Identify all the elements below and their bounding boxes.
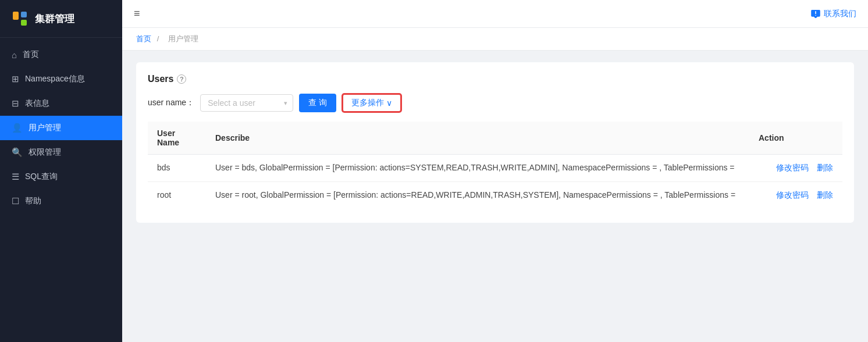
breadcrumb: 首页 / 用户管理 <box>122 28 868 51</box>
namespace-icon: ⊞ <box>12 74 19 84</box>
home-icon: ⌂ <box>12 50 17 60</box>
delete-link-0[interactable]: 删除 <box>817 163 833 172</box>
sidebar-item-home[interactable]: ⌂ 首页 <box>0 42 122 67</box>
filter-label: user name： <box>148 98 194 108</box>
cell-action-1: 修改密码 删除 <box>749 182 842 209</box>
query-button[interactable]: 查 询 <box>299 94 336 112</box>
sidebar: 集群管理 ⌂ 首页 ⊞ Namespace信息 ⊟ 表信息 👤 用户管理 🔍 权… <box>0 0 122 342</box>
sql-icon: ☰ <box>12 172 19 182</box>
svg-rect-2 <box>21 20 27 26</box>
sidebar-nav: ⌂ 首页 ⊞ Namespace信息 ⊟ 表信息 👤 用户管理 🔍 权限管理 ☰… <box>0 38 122 342</box>
table-icon: ⊟ <box>12 98 19 109</box>
sidebar-label-sql: SQL查询 <box>25 172 58 182</box>
breadcrumb-home[interactable]: 首页 <box>136 34 151 43</box>
sidebar-label-home: 首页 <box>23 49 39 60</box>
main-area: ≡ 联系我们 首页 / 用户管理 Users ? user name： <box>122 0 868 342</box>
sidebar-logo: 集群管理 <box>0 0 122 38</box>
edit-password-link-1[interactable]: 修改密码 <box>776 190 809 200</box>
content-area: Users ? user name： Select a user bds roo… <box>122 51 868 342</box>
topbar: ≡ 联系我们 <box>122 0 868 28</box>
table-row: root User = root, GlobalPermission = [Pe… <box>148 182 842 209</box>
more-actions-label: 更多操作 <box>351 98 384 108</box>
panel-title: Users ? <box>148 74 842 84</box>
svg-rect-1 <box>21 12 27 17</box>
help-nav-icon: ☐ <box>12 196 19 206</box>
sidebar-label-help: 帮助 <box>25 196 41 206</box>
sidebar-logo-text: 集群管理 <box>35 12 74 26</box>
help-icon[interactable]: ? <box>177 74 186 84</box>
col-header-describe: Describe <box>206 122 749 155</box>
menu-toggle-icon[interactable]: ≡ <box>134 8 140 20</box>
table-row: bds User = bds, GlobalPermission = [Perm… <box>148 155 842 182</box>
sidebar-item-table[interactable]: ⊟ 表信息 <box>0 91 122 116</box>
sidebar-item-user[interactable]: 👤 用户管理 <box>0 116 122 140</box>
delete-link-1[interactable]: 删除 <box>817 190 833 200</box>
contact-label[interactable]: 联系我们 <box>824 9 856 19</box>
col-header-action: Action <box>749 122 842 155</box>
sidebar-label-permission: 权限管理 <box>29 147 61 158</box>
breadcrumb-current: 用户管理 <box>168 34 198 43</box>
topbar-right[interactable]: 联系我们 <box>811 9 856 19</box>
sidebar-item-permission[interactable]: 🔍 权限管理 <box>0 140 122 165</box>
filter-bar: user name： Select a user bds root ▾ 查 询 … <box>148 94 842 112</box>
table-header-row: User Name Describe Action <box>148 122 842 155</box>
user-select[interactable]: Select a user bds root <box>200 94 293 112</box>
users-table: User Name Describe Action bds User = bds… <box>148 122 842 209</box>
sidebar-item-namespace[interactable]: ⊞ Namespace信息 <box>0 67 122 91</box>
logo-icon <box>10 9 29 28</box>
cell-describe-0: User = bds, GlobalPermission = [Permissi… <box>206 155 749 182</box>
permission-icon: 🔍 <box>12 147 23 158</box>
cell-action-0: 修改密码 删除 <box>749 155 842 182</box>
sidebar-label-namespace: Namespace信息 <box>25 74 85 84</box>
breadcrumb-separator: / <box>157 34 159 43</box>
sidebar-label-table: 表信息 <box>25 98 49 109</box>
users-panel: Users ? user name： Select a user bds roo… <box>136 62 854 223</box>
user-icon: 👤 <box>12 123 23 133</box>
sidebar-label-user: 用户管理 <box>29 123 61 133</box>
sidebar-item-sql[interactable]: ☰ SQL查询 <box>0 165 122 189</box>
more-actions-button[interactable]: 更多操作 ∨ <box>342 94 401 112</box>
sidebar-item-help[interactable]: ☐ 帮助 <box>0 189 122 213</box>
contact-icon <box>811 10 820 18</box>
edit-password-link-0[interactable]: 修改密码 <box>776 163 809 172</box>
cell-username-1: root <box>148 182 206 209</box>
cell-username-0: bds <box>148 155 206 182</box>
col-header-username: User Name <box>148 122 206 155</box>
cell-describe-1: User = root, GlobalPermission = [Permiss… <box>206 182 749 209</box>
topbar-left: ≡ <box>134 8 140 20</box>
more-chevron-icon: ∨ <box>386 98 392 108</box>
user-select-wrapper: Select a user bds root ▾ <box>200 94 293 112</box>
svg-rect-0 <box>13 12 19 20</box>
